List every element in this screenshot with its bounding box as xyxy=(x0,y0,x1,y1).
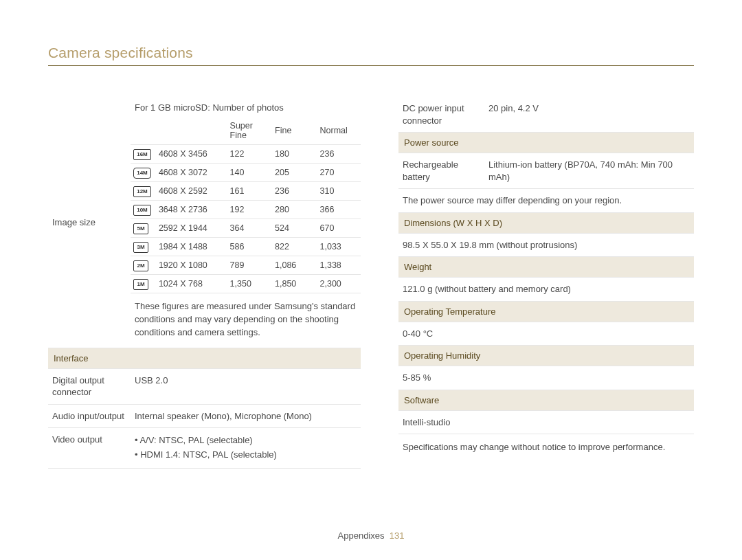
resolution: 3648 X 2736 xyxy=(155,201,226,219)
page-footer: Appendixes 131 xyxy=(0,530,742,541)
table-row: 12M 4608 X 2592 161 236 310 xyxy=(131,182,361,201)
row-digital-output: Digital output connector USB 2.0 xyxy=(48,369,361,405)
section-interface: Interface xyxy=(48,348,361,369)
image-size-note: These figures are measured under Samsung… xyxy=(131,293,361,341)
value-op-temp: 0-40 °C xyxy=(398,322,694,346)
size-icon: 5M xyxy=(133,223,148,234)
col-normal: Normal xyxy=(316,117,361,145)
size-icon: 2M xyxy=(133,260,148,271)
resolution: 1920 X 1080 xyxy=(155,256,226,275)
value-digital-output: USB 2.0 xyxy=(131,369,361,404)
size-icon: 1M xyxy=(133,279,148,290)
image-size-table: Super Fine Fine Normal 16M 4608 X 3456 1… xyxy=(131,117,361,293)
label-audio: Audio input/output xyxy=(48,405,131,428)
content-columns: Image size For 1 GB microSD: Number of p… xyxy=(48,97,694,469)
value-software: Intelli-studio xyxy=(398,411,694,435)
value-audio: Internal speaker (Mono), Microphone (Mon… xyxy=(131,405,361,428)
section-op-temp: Operating Temperature xyxy=(398,302,694,322)
right-column: DC power input connector 20 pin, 4.2 V P… xyxy=(398,97,694,469)
row-battery: Rechargeable battery Lithium-ion battery… xyxy=(398,153,694,189)
section-software: Software xyxy=(398,390,694,411)
value-dc-power: 20 pin, 4.2 V xyxy=(484,97,694,132)
size-icon: 3M xyxy=(133,242,148,253)
table-row: 14M 4608 X 3072 140 205 270 xyxy=(131,164,361,182)
video-bullet: HDMI 1.4: NTSC, PAL (selectable) xyxy=(135,448,357,462)
size-icon: 12M xyxy=(133,186,151,197)
table-row: 10M 3648 X 2736 192 280 366 xyxy=(131,201,361,219)
label-battery: Rechargeable battery xyxy=(398,153,484,188)
value-weight: 121.0 g (without battery and memory card… xyxy=(398,278,694,302)
table-row: 1M 1024 X 768 1,350 1,850 2,300 xyxy=(131,275,361,293)
footer-page-number: 131 xyxy=(390,530,405,541)
image-size-block: Image size For 1 GB microSD: Number of p… xyxy=(48,97,361,348)
page-title: Camera specifications xyxy=(48,45,694,66)
label-digital-output: Digital output connector xyxy=(48,369,131,404)
disclaimer: Specifications may change without notice… xyxy=(398,434,694,454)
value-video: A/V: NTSC, PAL (selectable) HDMI 1.4: NT… xyxy=(131,428,361,468)
footer-section: Appendixes xyxy=(338,530,385,541)
image-size-label: Image size xyxy=(48,97,131,348)
resolution: 1984 X 1488 xyxy=(155,238,226,256)
video-bullet: A/V: NTSC, PAL (selectable) xyxy=(135,434,357,448)
image-size-content: For 1 GB microSD: Number of photos Super… xyxy=(131,97,361,348)
left-column: Image size For 1 GB microSD: Number of p… xyxy=(48,97,361,469)
resolution: 4608 X 2592 xyxy=(155,182,226,201)
value-dimensions: 98.5 X 55.0 X 19.8 mm (without protrusio… xyxy=(398,234,694,258)
resolution: 2592 X 1944 xyxy=(155,219,226,238)
row-audio: Audio input/output Internal speaker (Mon… xyxy=(48,405,361,429)
label-video: Video output xyxy=(48,428,131,468)
label-dc-power: DC power input connector xyxy=(398,97,484,132)
value-battery: Lithium-ion battery (BP70A, 740 mAh: Min… xyxy=(484,153,694,188)
size-icon: 16M xyxy=(133,149,151,160)
resolution: 4608 X 3072 xyxy=(155,164,226,182)
col-superfine: Super Fine xyxy=(226,117,271,145)
row-dc-power: DC power input connector 20 pin, 4.2 V xyxy=(398,97,694,133)
image-size-caption: For 1 GB microSD: Number of photos xyxy=(131,101,361,117)
resolution: 1024 X 768 xyxy=(155,275,226,293)
table-row: 3M 1984 X 1488 586 822 1,033 xyxy=(131,238,361,256)
section-weight: Weight xyxy=(398,257,694,278)
section-op-humidity: Operating Humidity xyxy=(398,346,694,366)
size-icon: 14M xyxy=(133,168,151,179)
section-power-source: Power source xyxy=(398,133,694,153)
value-op-humidity: 5-85 % xyxy=(398,366,694,390)
section-dimensions: Dimensions (W X H X D) xyxy=(398,213,694,234)
power-source-note: The power source may differ depending on… xyxy=(398,189,694,213)
table-row: 5M 2592 X 1944 364 524 670 xyxy=(131,219,361,238)
size-icon: 10M xyxy=(133,205,151,216)
table-row: 16M 4608 X 3456 122 180 236 xyxy=(131,145,361,164)
table-row: 2M 1920 X 1080 789 1,086 1,338 xyxy=(131,256,361,275)
col-fine: Fine xyxy=(271,117,315,145)
row-video: Video output A/V: NTSC, PAL (selectable)… xyxy=(48,428,361,469)
resolution: 4608 X 3456 xyxy=(155,145,226,164)
